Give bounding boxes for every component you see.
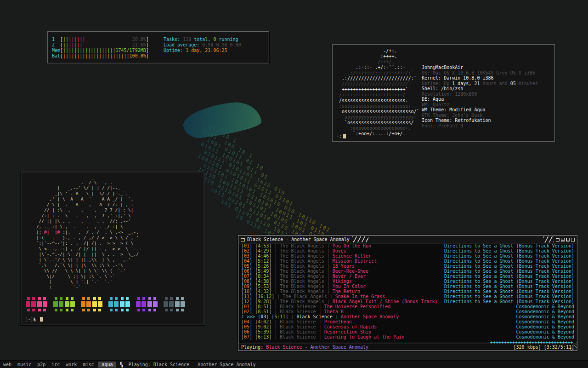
playlist-row[interactable]: [06] [5:39] | Black Science | Resurrecti… [241,329,574,334]
playlist-row[interactable]: [05] [5:26] | The Black Angels | 18 Year… [241,264,574,269]
desktop: 01 10 10101 100 10 11001 01011 01 100101… [0,0,588,368]
playlist-row[interactable]: [09] [5:53] | The Black Angels | You In … [241,284,574,289]
fish-art-line: | _,--' \/ | | / /|--. [26,185,141,191]
player-titlebar[interactable]: Black Science - Another Space Anomaly [239,236,577,243]
system-monitor-window[interactable]: 1 [|||||||| 20.8%]2 [||||||| 21.6%]Mem[|… [47,31,269,63]
playlist-row[interactable]: [08] [4:38] | The Black Angels | Vikings… [241,279,574,284]
color-swatch-yellow [81,297,102,313]
album-label: Directions to See a Ghost (Bonus Track V… [444,259,574,264]
playlist: [01] [4:53] | The Black Angels | You On … [241,243,574,339]
maximize-button[interactable] [566,238,570,242]
pufferfish-ascii-art: _ . / \ , . | _,--' \/ | | / /|--. _|\ '… [26,174,141,290]
ascii-line: `ossssssssssssssssssssss/ [339,120,419,126]
album-label: Directions to See a Ghost (Bonus Track V… [444,269,574,274]
fish-art-line: _ [26,174,141,180]
playlist-row[interactable]: [03] [4:46] | The Black Angels | Science… [241,253,574,259]
playlist-row[interactable]: [10] [4:32] | The Black Angels | The Ret… [241,289,574,294]
workspace-work[interactable]: work [64,362,78,368]
playlist-row[interactable]: [11] [16:12] | The Black Angels | Snake … [241,294,574,299]
window-menu-icon[interactable] [241,238,245,242]
ascii-line: .:/++++++/::::/++++++/:` [339,70,419,76]
fish-art-line: \|/ \ :| \| ;\ `. \`-` [26,274,141,279]
ascii-line: .:-::- .+/:-``.::- [339,65,419,70]
swatch-gray-dark [164,297,174,313]
album-label: Cosmodemonic & Beyond [516,319,574,324]
shell-prompt: [~]$ [25,317,43,322]
swatch-cyan-bright [120,297,130,313]
album-label: Directions to See a Ghost (Bonus Track V… [444,243,574,248]
ascii-line: /sssssssssssssssssssssss. [339,98,419,104]
fish-art-line: _|\ ' . A \ | \/ / |-._`. [26,191,141,196]
workspace-misc[interactable]: misc [81,362,95,368]
album-label: Directions to See a Ghost (Bonus Track V… [444,264,574,269]
album-label: Directions to See a Ghost (Bonus Track V… [444,253,574,259]
playlist-row[interactable]: [01] [4:53] | The Black Angels | You On … [241,243,574,248]
fish-art-line: /,-._ :| \ , . . , . _/ :| \ [26,224,141,230]
sysinfo-line: Resolution: 588x368 [422,92,538,97]
terminal-cursor [343,134,346,138]
swatch-magenta-dark [26,297,36,313]
playlist-row[interactable]: [07] [6:13] | Black Science | Learning t… [241,334,574,339]
playlist-row-playing[interactable]: ♪ >>> [03] [5:11] | Black Science | Anot… [241,314,574,319]
playlist-row[interactable]: [05] [9:02] | Black Science | Consensus … [241,324,574,329]
ascii-line: .:///////////////////////:` [339,76,419,81]
monitor-meters: 1 [|||||||| 20.8%]2 [||||||| 21.6%]Mem[|… [52,37,149,59]
playlist-row[interactable]: [04] [5:12] | The Black Angels | Mission… [241,259,574,264]
fish-terminal-window[interactable]: _ . / \ , . | _,--' \/ | | / /|--. _|\ '… [21,172,204,325]
sysinfo-line: OS: Mac OS X 10.6.8 10K549 Grey OS X i38… [422,70,538,76]
ascii-line: :ssssssssssssssssssssssss- [339,104,419,109]
sysinfo-line: DE: Aqua [422,97,538,102]
color-swatch-cyan [108,297,130,313]
fish-art-line: | \`--'/ \ \| | || ,\\ | \ , _,-' [26,257,141,263]
workspace-p2p[interactable]: p2p [36,362,47,368]
playlist-row[interactable]: [01] [8:51] | Black Science | The Univer… [241,304,574,309]
workspace-aqua[interactable]: aqua [98,362,116,368]
monitor-stat-line: Tasks: 119 total, 0 running [164,37,241,42]
shell-cursor [40,317,43,322]
swatch-yellow-bright [92,297,102,313]
window-buttons [556,238,575,242]
ascii-line: ////////////////////////` [339,81,419,87]
ascii-line: /+++/. [339,59,419,65]
sysinfo-line: Shell: /bin/zsh [422,86,538,92]
playlist-row[interactable]: [02] [4:29] | The Black Angels | DovesDi… [241,248,574,253]
monitor-stat-line: Load average: 0.94 0.98 0.80 [164,42,241,48]
apple-ascii-art: -/+:. :++++. /+++/. .:-::- .+/:-``.::- .… [339,48,419,137]
fish-art-line: |\`-.^.-/| \ /| | || \ . , > \_,/ [26,252,141,257]
sysinfo-window[interactable]: -/+:. :++++. /+++/. .:-::- .+/:-``.::- .… [332,44,555,142]
shade-button[interactable] [556,238,560,242]
ascii-line: -+++++++++++++++++++++++` [339,87,419,92]
swatch-cyan-dark [108,297,119,313]
titlebar-stripes-right [543,236,554,242]
playlist-row[interactable]: [07] [8:34] | The Black Angels | Never /… [241,274,574,279]
playlist-row[interactable]: [02] [8:51] | Black Science | Theta 8Cos… [241,309,574,314]
minimize-button[interactable] [561,238,565,242]
titlebar-stripes [352,236,368,242]
meter-1: 1 [|||||||| 20.8%] [52,37,149,42]
close-button[interactable] [571,238,575,242]
workspace-music[interactable]: music [16,362,33,368]
fish-art-line: |:( . )., . , / ,/ / > > \ \_/ ,-' [26,235,141,241]
ascii-line: `:+oo+/:-..-:/+o+/- [339,131,419,137]
workspace-irc[interactable]: irc [50,362,61,368]
fish-art-line: // :| |\ . . , . , //: ,--' [26,218,141,224]
album-label: Directions to See a Ghost (Bonus Track V… [444,299,574,304]
ascii-line: osssssssssssssssssssssssso/` [339,109,419,115]
album-label: Directions to See a Ghost (Bonus Track V… [444,284,574,289]
playlist-row[interactable]: [12] [9:28] | The Black Angels | Black A… [241,299,574,304]
playlist-row[interactable]: [04] [4:02] | Black Science | Promethean… [241,319,574,324]
sysinfo-line: Icon Theme: Retrofukation [422,118,538,123]
color-swatch-green [53,297,75,313]
playlist-row[interactable]: [06] [5:49] | The Black Angels | Deer-Re… [241,269,574,274]
album-label: Cosmodemonic & Beyond [516,324,574,329]
ascii-line: :++++. [339,54,419,59]
workspace-web[interactable]: web [2,362,13,368]
album-label: Cosmodemonic & Beyond [516,304,574,309]
workspace-list: webmusicp2pircworkmiscaqua [2,362,116,368]
layout-indicator-icon[interactable]: ▚ [120,362,123,367]
fish-art-line: // | :\ , , . 7 7 /| : \| [26,207,141,213]
sysinfo-prompt: ~: [336,134,346,139]
album-label: Directions to See a Ghost (Bonus Track V… [444,289,574,294]
sysinfo-prompt-text: ~: [336,134,342,139]
album-label: Directions to See a Ghost (Bonus Track V… [444,274,574,279]
